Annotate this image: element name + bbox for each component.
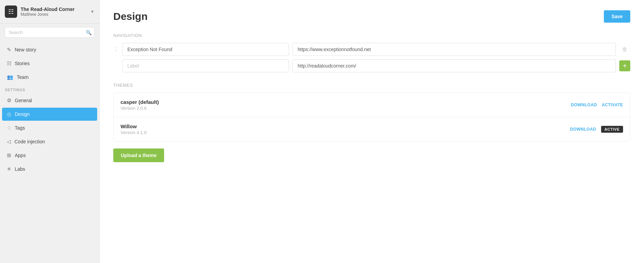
site-name: The Read-Aloud Corner	[21, 7, 87, 12]
add-nav-row-button[interactable]: +	[619, 60, 630, 71]
user-name: Matthew Jones	[21, 12, 87, 17]
themes-section-label: Themes	[113, 83, 630, 88]
nav-url-input[interactable]	[292, 43, 616, 56]
theme-info: casper (default) Version 2.0.6	[120, 99, 159, 111]
sidebar-item-label: Code injection	[14, 139, 45, 144]
theme-name: Willow	[120, 123, 147, 129]
sidebar-nav: ✎ New story ☷ Stories 👥 Team SETTINGS ⚙ …	[0, 41, 99, 178]
download-theme-link[interactable]: DOWNLOAD	[570, 127, 596, 132]
code-icon: ◁	[7, 139, 11, 145]
apps-icon: ⊞	[7, 152, 11, 158]
theme-actions: DOWNLOAD ACTIVATE	[571, 103, 623, 107]
sidebar-item-design[interactable]: ◎ Design	[2, 108, 97, 121]
theme-item: casper (default) Version 2.0.6 DOWNLOAD …	[114, 93, 630, 117]
active-theme-badge: ACTIVE	[601, 126, 623, 133]
page-title: Design	[113, 11, 148, 22]
main-header: Design Save	[113, 10, 630, 23]
theme-list: casper (default) Version 2.0.6 DOWNLOAD …	[113, 93, 630, 142]
labs-icon: ✳	[7, 166, 11, 172]
settings-section-label: SETTINGS	[0, 84, 99, 93]
nav-row: ⋮ 🗑	[113, 43, 630, 56]
sidebar-item-label: Tags	[15, 125, 25, 131]
sidebar-item-label: Labs	[15, 166, 25, 172]
sidebar-item-label: Apps	[15, 153, 26, 158]
activate-theme-link[interactable]: ACTIVATE	[602, 103, 623, 107]
sidebar-item-label: New story	[15, 47, 36, 52]
sidebar-item-new-story[interactable]: ✎ New story	[2, 43, 97, 56]
sidebar-item-tags[interactable]: ♢ Tags	[2, 121, 97, 134]
search-icon: 🔍	[86, 30, 92, 35]
delete-nav-row-button[interactable]: 🗑	[619, 44, 630, 55]
nav-label-input[interactable]	[122, 43, 289, 56]
theme-info: Willow Version 4.1.0	[120, 123, 147, 135]
nav-url-input[interactable]	[292, 59, 616, 72]
sidebar-search-wrapper: 🔍	[0, 24, 99, 41]
theme-name: casper (default)	[120, 99, 159, 105]
main-content: Design Save Navigation ⋮ 🗑 ⋮ + Themes ca…	[100, 0, 644, 263]
theme-actions: DOWNLOAD ACTIVE	[570, 126, 623, 133]
theme-version: Version 4.1.0	[120, 130, 147, 135]
sidebar-item-general[interactable]: ⚙ General	[2, 94, 97, 107]
upload-theme-button[interactable]: Upload a theme	[113, 148, 164, 162]
sidebar: ☷ The Read-Aloud Corner Matthew Jones ▼ …	[0, 0, 100, 263]
sidebar-item-label: Design	[15, 111, 30, 117]
save-button[interactable]: Save	[604, 10, 630, 23]
sidebar-item-label: Team	[17, 74, 28, 80]
team-icon: 👥	[7, 74, 13, 80]
theme-item: Willow Version 4.1.0 DOWNLOAD ACTIVE	[114, 117, 630, 141]
sidebar-item-labs[interactable]: ✳ Labs	[2, 163, 97, 176]
app-logo-icon: ☷	[5, 5, 17, 18]
download-theme-link[interactable]: DOWNLOAD	[571, 103, 597, 107]
sidebar-item-stories[interactable]: ☷ Stories	[2, 57, 97, 70]
sidebar-item-apps[interactable]: ⊞ Apps	[2, 149, 97, 162]
design-icon: ◎	[7, 111, 11, 117]
sidebar-item-label: General	[15, 98, 32, 103]
sidebar-item-code-injection[interactable]: ◁ Code injection	[2, 135, 97, 148]
pencil-icon: ✎	[7, 47, 11, 53]
sidebar-header[interactable]: ☷ The Read-Aloud Corner Matthew Jones ▼	[0, 0, 99, 24]
list-icon: ☷	[7, 60, 11, 67]
nav-label-input[interactable]	[122, 59, 289, 72]
gear-icon: ⚙	[7, 97, 11, 104]
drag-handle-icon[interactable]: ⋮	[113, 46, 119, 53]
navigation-section-label: Navigation	[113, 33, 630, 38]
nav-row: ⋮ +	[113, 59, 630, 72]
chevron-down-icon: ▼	[90, 9, 94, 14]
navigation-section: Navigation ⋮ 🗑 ⋮ +	[113, 33, 630, 72]
tag-icon: ♢	[7, 125, 11, 131]
sidebar-item-label: Stories	[15, 61, 30, 66]
sidebar-site-info: The Read-Aloud Corner Matthew Jones	[21, 7, 87, 17]
search-input[interactable]	[5, 27, 94, 38]
themes-section: Themes casper (default) Version 2.0.6 DO…	[113, 83, 630, 162]
sidebar-item-team[interactable]: 👥 Team	[2, 71, 97, 84]
theme-version: Version 2.0.6	[120, 106, 159, 111]
